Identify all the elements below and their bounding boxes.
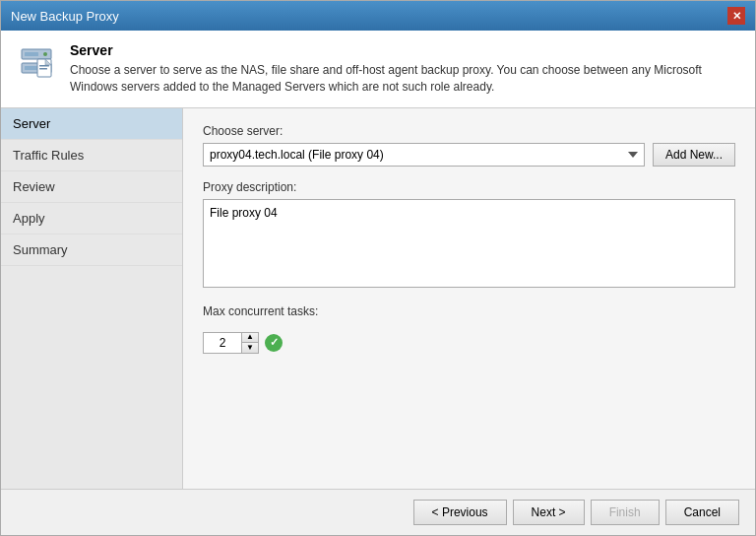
new-backup-proxy-dialog: New Backup Proxy ✕ Server Choose a se: [0, 0, 756, 536]
header-section: Server Choose a server to serve as the N…: [1, 31, 755, 108]
sidebar-item-traffic-rules[interactable]: Traffic Rules: [1, 140, 182, 171]
sidebar: Server Traffic Rules Review Apply Summar…: [1, 108, 183, 489]
sidebar-item-apply[interactable]: Apply: [1, 203, 182, 234]
sidebar-item-summary[interactable]: Summary: [1, 234, 182, 266]
max-tasks-input-row: 2 ▲ ▼ ✓: [203, 332, 735, 354]
add-new-button[interactable]: Add New...: [653, 143, 735, 167]
header-title: Server: [70, 42, 739, 58]
choose-server-label: Choose server:: [203, 124, 735, 138]
sidebar-item-review[interactable]: Review: [1, 171, 182, 203]
proxy-description-field[interactable]: File proxy 04: [203, 199, 735, 288]
spin-up-button[interactable]: ▲: [242, 333, 258, 343]
svg-point-2: [43, 52, 47, 56]
max-tasks-row: Max concurrent tasks:: [203, 304, 735, 318]
header-description: Choose a server to serve as the NAS, fil…: [70, 62, 739, 96]
svg-rect-8: [39, 68, 47, 70]
sidebar-item-server[interactable]: Server: [1, 108, 182, 140]
close-button[interactable]: ✕: [727, 7, 745, 25]
spin-arrows: ▲ ▼: [242, 332, 259, 354]
max-tasks-label: Max concurrent tasks:: [203, 304, 318, 318]
validation-check-icon: ✓: [265, 334, 283, 352]
max-tasks-spinner: 2 ▲ ▼: [203, 332, 259, 354]
server-icon: [17, 42, 56, 82]
max-tasks-value: 2: [203, 332, 242, 354]
svg-rect-4: [25, 52, 38, 56]
finish-button[interactable]: Finish: [591, 500, 660, 525]
previous-button[interactable]: < Previous: [413, 500, 507, 525]
dialog-title: New Backup Proxy: [11, 9, 119, 24]
server-row: proxy04.tech.local (File proxy 04) Add N…: [203, 143, 735, 167]
header-text: Server Choose a server to serve as the N…: [70, 42, 739, 96]
spin-down-button[interactable]: ▼: [242, 343, 258, 353]
body-section: Server Traffic Rules Review Apply Summar…: [1, 108, 755, 489]
proxy-desc-label: Proxy description:: [203, 180, 735, 194]
cancel-button[interactable]: Cancel: [665, 500, 739, 525]
title-bar: New Backup Proxy ✕: [1, 1, 755, 31]
footer: < Previous Next > Finish Cancel: [1, 489, 755, 535]
main-content: Choose server: proxy04.tech.local (File …: [183, 108, 755, 489]
next-button[interactable]: Next >: [513, 500, 585, 525]
svg-rect-5: [25, 66, 38, 70]
server-select[interactable]: proxy04.tech.local (File proxy 04): [203, 143, 645, 167]
